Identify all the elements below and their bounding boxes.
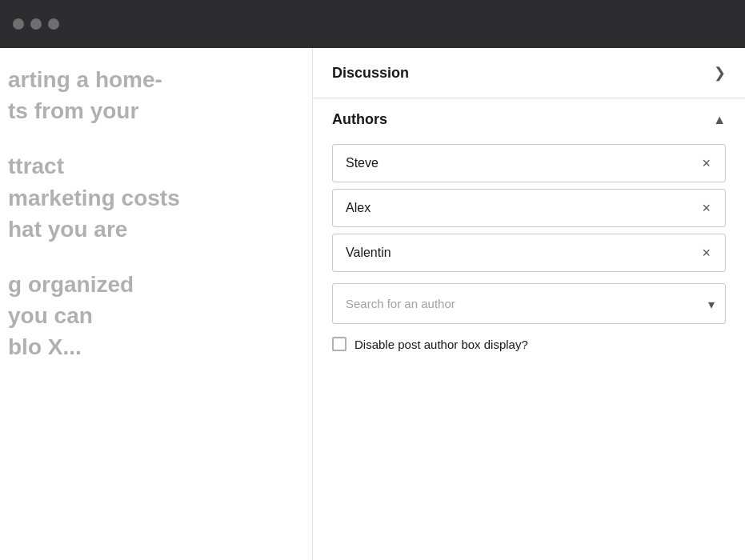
author-name-steve: Steve (346, 156, 379, 170)
disable-author-box-row: Disable post author box display? (332, 337, 726, 351)
traffic-light-green (48, 18, 59, 30)
left-panel: arting a home-ts from your ttractmarketi… (0, 48, 312, 560)
traffic-light-yellow (30, 18, 42, 30)
discussion-header[interactable]: Discussion ❯ (313, 48, 745, 98)
article-content-preview: arting a home-ts from your ttractmarketi… (0, 64, 312, 363)
authors-section: Authors ▲ Steve × Alex × Valentin × S (313, 98, 745, 370)
disable-author-box-label[interactable]: Disable post author box display? (354, 338, 528, 351)
authors-header: Authors ▲ (332, 111, 726, 128)
traffic-light-red (13, 18, 24, 30)
right-panel: Discussion ❯ Authors ▲ Steve × Alex × Va (313, 48, 745, 560)
author-tag-alex: Alex × (332, 189, 726, 227)
author-name-valentin: Valentin (346, 246, 391, 260)
authors-title: Authors (332, 111, 387, 128)
author-tag-valentin: Valentin × (332, 234, 726, 272)
discussion-chevron-icon: ❯ (714, 64, 726, 82)
title-bar (0, 0, 745, 48)
discussion-section: Discussion ❯ (313, 48, 745, 98)
search-author-wrapper: Search for an author ▾ (332, 283, 726, 324)
search-author-select[interactable]: Search for an author (332, 283, 726, 324)
discussion-title: Discussion (332, 65, 409, 82)
author-tag-steve: Steve × (332, 144, 726, 182)
remove-author-valentin-button[interactable]: × (700, 246, 712, 260)
remove-author-steve-button[interactable]: × (700, 156, 712, 170)
authors-chevron-up-icon[interactable]: ▲ (713, 113, 726, 127)
main-area: arting a home-ts from your ttractmarketi… (0, 48, 745, 560)
author-name-alex: Alex (346, 201, 370, 215)
remove-author-alex-button[interactable]: × (700, 201, 712, 215)
disable-author-box-checkbox[interactable] (332, 337, 346, 351)
